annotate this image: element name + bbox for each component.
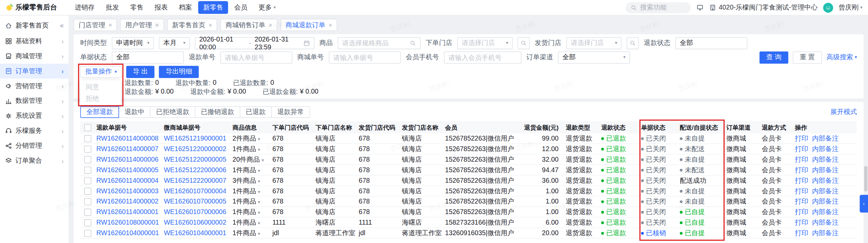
- sidebar-item[interactable]: 分销管理›: [0, 139, 69, 153]
- row-action-link[interactable]: 内部备注: [812, 145, 839, 152]
- tab-close-icon[interactable]: ×: [329, 21, 332, 28]
- table-filter-tab[interactable]: 已撤销退款: [195, 106, 240, 118]
- topbar-menu-item[interactable]: 批发: [101, 1, 124, 14]
- row-action-link[interactable]: 内部备注: [812, 155, 839, 163]
- sidebar-item[interactable]: 系统设置›: [0, 109, 69, 124]
- sidebar-item-home[interactable]: 新零售首页 «: [0, 17, 69, 34]
- product-info-toggle[interactable]: 1件商品 ▾: [232, 208, 260, 216]
- product-info-toggle[interactable]: 3件商品 ▾: [232, 176, 260, 184]
- batch-dropdown-item[interactable]: 拒绝: [80, 93, 121, 104]
- table-filter-tab[interactable]: 已拒绝退款: [150, 106, 195, 118]
- refund-no-link[interactable]: RW16260114000006: [96, 156, 159, 163]
- tab-close-icon[interactable]: ×: [269, 21, 272, 28]
- time-type-select[interactable]: 申请时间 ▾: [112, 37, 154, 49]
- batch-operations-button[interactable]: 批量操作 ▾: [80, 66, 122, 78]
- refund-no-input[interactable]: [225, 53, 288, 61]
- refund-no-link[interactable]: RW16260114000001: [96, 208, 159, 216]
- page-tab[interactable]: 商城销售订单×: [221, 19, 277, 31]
- mall-no-link[interactable]: WE16251220000002: [164, 145, 226, 153]
- row-action-link[interactable]: 内部备注: [812, 134, 839, 142]
- member-phone-filter[interactable]: [444, 51, 521, 63]
- topbar-menu-item[interactable]: 会员: [229, 1, 252, 14]
- row-action-link[interactable]: 打印: [795, 218, 808, 226]
- ship-store-search-button[interactable]: [627, 37, 639, 49]
- mall-no-link[interactable]: WE16260107000006: [164, 208, 226, 216]
- sidebar-item[interactable]: 订单聚合›: [0, 153, 69, 168]
- row-checkbox[interactable]: [84, 146, 91, 153]
- mall-no-filter[interactable]: [329, 51, 401, 63]
- row-checkbox[interactable]: [84, 209, 91, 216]
- product-info-toggle[interactable]: 1件商品 ▾: [232, 197, 260, 205]
- org-selector[interactable]: 4020-乐檬闽门零食测试-管理中心: [709, 3, 818, 12]
- monitor-icon[interactable]: [696, 4, 704, 11]
- tab-close-icon[interactable]: ×: [209, 21, 212, 28]
- global-search-input[interactable]: 搜索功能: [626, 2, 691, 13]
- refund-no-filter[interactable]: [220, 51, 292, 63]
- refund-no-link[interactable]: RW16260114000004: [96, 177, 159, 184]
- period-select[interactable]: 本月 ▾: [159, 37, 190, 49]
- topbar-menu-item[interactable]: 报表: [149, 1, 173, 14]
- row-checkbox[interactable]: [84, 135, 91, 142]
- refund-no-link[interactable]: RW16260114000007: [96, 145, 159, 153]
- export-button[interactable]: 导 出: [126, 66, 155, 78]
- row-action-link[interactable]: 内部备注: [812, 187, 839, 195]
- refund-no-link[interactable]: RW16260114000008: [96, 134, 159, 142]
- product-info-toggle[interactable]: 20件商品 ▾: [232, 155, 264, 163]
- row-action-link[interactable]: 内部备注: [812, 218, 839, 226]
- sidebar-item[interactable]: 营销管理›: [0, 79, 69, 94]
- page-tab[interactable]: 用户管理×: [120, 19, 164, 31]
- sidebar-item[interactable]: 商城管理›: [0, 49, 69, 64]
- ship-store-select[interactable]: 请选择门店 ▾: [566, 37, 622, 49]
- refund-no-link[interactable]: RW16260114000002: [96, 198, 159, 206]
- tab-close-icon[interactable]: ×: [109, 21, 112, 28]
- page-tab[interactable]: 商城退款订单×: [280, 19, 337, 31]
- row-action-link[interactable]: 打印: [795, 197, 808, 205]
- query-button[interactable]: 查 询: [760, 51, 788, 63]
- product-filter[interactable]: [338, 37, 421, 49]
- channel-select[interactable]: 全部 ▾: [558, 51, 630, 63]
- mall-no-link[interactable]: WE16251220000005: [164, 156, 226, 163]
- topbar-menu-item[interactable]: 更多▾: [254, 1, 281, 14]
- product-info-toggle[interactable]: 1件商品 ▾: [232, 229, 260, 237]
- refund-no-link[interactable]: RW16260114000005: [96, 166, 159, 174]
- sidebar-item[interactable]: 订单管理›: [0, 64, 69, 79]
- sidebar-item[interactable]: 基础资料›: [0, 34, 69, 49]
- product-input[interactable]: [342, 39, 407, 47]
- table-filter-tab[interactable]: 退款中: [118, 106, 150, 118]
- mall-no-link[interactable]: WE16251222000006: [164, 166, 226, 174]
- row-checkbox[interactable]: [84, 188, 91, 195]
- floating-widget-button[interactable]: ‹: [860, 195, 868, 212]
- row-action-link[interactable]: 内部备注: [812, 208, 839, 216]
- product-info-toggle[interactable]: 1件商品 ▾: [232, 145, 260, 152]
- row-checkbox[interactable]: [84, 219, 91, 226]
- row-action-link[interactable]: 打印: [795, 166, 808, 174]
- table-filter-tab[interactable]: 全部退款: [80, 106, 119, 118]
- page-tab[interactable]: 门店管理×: [74, 19, 117, 31]
- topbar-menu-item[interactable]: 进销存: [70, 1, 100, 14]
- row-action-link[interactable]: 打印: [795, 134, 808, 142]
- select-all-checkbox[interactable]: [84, 124, 91, 131]
- row-action-link[interactable]: 内部备注: [812, 229, 839, 237]
- product-info-toggle[interactable]: 1件商品 ▾: [232, 166, 260, 174]
- refund-status-filter[interactable]: 全部: [675, 37, 747, 49]
- table-filter-tab[interactable]: 退款异常: [271, 106, 310, 118]
- refund-no-link[interactable]: RW16260104000001: [96, 229, 159, 237]
- product-info-toggle[interactable]: 1件商品 ▾: [232, 187, 260, 195]
- topbar-menu-item[interactable]: 零售: [125, 1, 148, 14]
- page-tab[interactable]: 新零售首页×: [167, 19, 217, 31]
- sidebar-item[interactable]: 乐檬服务›: [0, 124, 69, 139]
- row-action-link[interactable]: 内部备注: [812, 166, 839, 174]
- row-checkbox[interactable]: [84, 230, 91, 237]
- mall-no-link[interactable]: WE16260106000002: [164, 218, 226, 226]
- mall-no-input[interactable]: [333, 53, 396, 61]
- row-action-link[interactable]: 打印: [795, 145, 808, 152]
- row-checkbox[interactable]: [84, 198, 91, 205]
- advanced-search-link[interactable]: 高级搜索 ▾: [826, 52, 857, 62]
- doc-status-filter[interactable]: 全部: [112, 51, 184, 63]
- row-action-link[interactable]: 打印: [795, 187, 808, 195]
- table-filter-tab[interactable]: 已退款: [240, 106, 272, 118]
- mall-no-link[interactable]: WE16260107000005: [164, 198, 226, 206]
- mall-no-link[interactable]: WE16251222000007: [164, 177, 226, 184]
- order-store-search-button[interactable]: [518, 37, 530, 49]
- expand-mode-link[interactable]: 展开模式: [830, 107, 857, 117]
